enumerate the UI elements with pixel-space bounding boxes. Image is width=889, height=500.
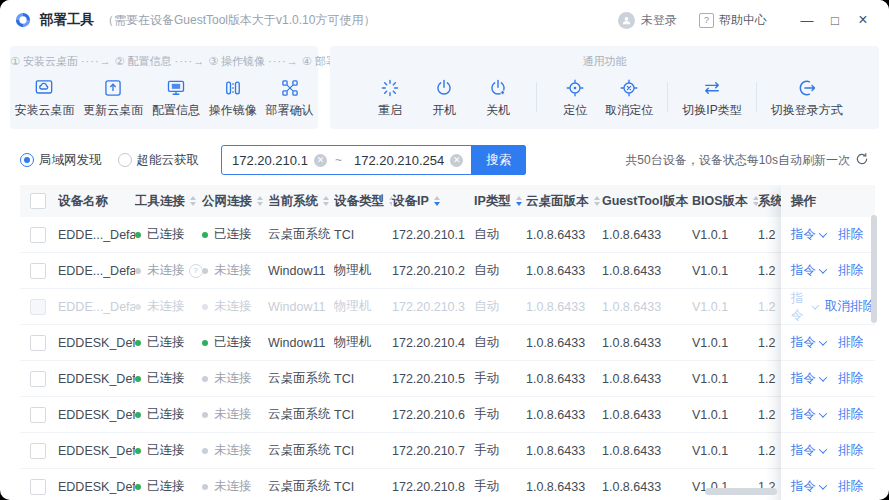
table-row[interactable]: EDDESK_Defau 已连接 已连接 Window11 物理机 172.20… bbox=[20, 325, 875, 361]
row-checkbox[interactable] bbox=[30, 227, 46, 243]
power-on-button[interactable]: 开机 bbox=[420, 78, 468, 119]
public-status-dot bbox=[202, 340, 208, 346]
table-row[interactable]: EDDESK_Defau 已连接 未连接 云桌面系统 TCI 172.20.21… bbox=[20, 433, 875, 469]
install-cloud-desktop-button[interactable]: 安装云桌面 bbox=[14, 78, 74, 119]
tool-connection-cell: 已连接 bbox=[135, 478, 202, 495]
command-dropdown[interactable]: 指令 bbox=[791, 406, 826, 423]
public-status-text: 未连接 bbox=[214, 262, 252, 279]
table-row[interactable]: EDDESK_Defau 已连接 未连接 云桌面系统 TCI 172.20.21… bbox=[20, 469, 875, 500]
sort-carets-icon[interactable] bbox=[190, 196, 196, 206]
clear-icon[interactable]: ✕ bbox=[314, 154, 327, 167]
locate-button[interactable]: 定位 bbox=[551, 78, 599, 119]
device-table: 设备名称工具连接公网连接当前系统设备类型设备IPIP类型云桌面版本GuestTo… bbox=[20, 185, 875, 500]
command-dropdown[interactable]: 指令 bbox=[791, 226, 826, 243]
row-checkbox[interactable] bbox=[30, 443, 46, 459]
table-row[interactable]: EDDE..._Defauil 未连接 未连接 Window11 物理机 172… bbox=[20, 289, 875, 325]
command-dropdown[interactable]: 指令 bbox=[791, 442, 826, 459]
sort-carets-icon[interactable] bbox=[323, 196, 329, 206]
table-row[interactable]: EDDE..._Defauil 未连接 ? 未连接 Window11 物理机 1… bbox=[20, 253, 875, 289]
cancel-locate-button[interactable]: 取消定位 bbox=[605, 78, 653, 119]
radio-lan-discovery[interactable]: 局域网发现 bbox=[20, 152, 102, 169]
select-all-checkbox[interactable] bbox=[30, 193, 46, 209]
sort-carets-icon[interactable] bbox=[434, 196, 440, 206]
sort-carets-icon[interactable] bbox=[257, 196, 263, 206]
bios-version-cell: V1.0.1 bbox=[692, 336, 758, 350]
horizontal-scrollbar[interactable] bbox=[705, 488, 777, 495]
clear-icon[interactable]: ✕ bbox=[450, 154, 463, 167]
exclude-link[interactable]: 排除 bbox=[838, 334, 863, 351]
table-row[interactable]: EDDE..._Defauil 已连接 已连接 云桌面系统 TCI 172.20… bbox=[20, 217, 875, 253]
restart-button[interactable]: 重启 bbox=[366, 78, 414, 119]
table-row[interactable]: EDDESK_Defau 已连接 未连接 云桌面系统 TCI 172.20.21… bbox=[20, 397, 875, 433]
column-header-10[interactable]: BIOS版本 bbox=[692, 193, 758, 210]
column-header-9[interactable]: GuestTool版本 bbox=[602, 193, 692, 210]
column-header-4[interactable]: 当前系统 bbox=[268, 193, 334, 210]
column-header-6[interactable]: 设备IP bbox=[392, 193, 474, 210]
tool-button-label: 关机 bbox=[486, 102, 510, 119]
device-name-cell: EDDESK_Defau bbox=[58, 372, 135, 386]
ip-end-input[interactable]: 172.20.210.254 bbox=[344, 153, 450, 168]
bios-version-cell: V1.0.1 bbox=[692, 300, 758, 314]
crosshair-cancel-icon bbox=[619, 78, 639, 98]
ip-type-cell: 自动 bbox=[474, 298, 526, 315]
command-dropdown[interactable]: 指令 bbox=[791, 262, 826, 279]
exclude-link[interactable]: 排除 bbox=[838, 226, 863, 243]
config-info-button[interactable]: 配置信息 bbox=[152, 78, 200, 119]
exclude-link[interactable]: 排除 bbox=[838, 262, 863, 279]
action-row: 指令 排除 bbox=[781, 253, 875, 289]
close-button[interactable]: × bbox=[849, 7, 877, 33]
switch-login-mode-button[interactable]: 切换登录方式 bbox=[771, 78, 843, 119]
public-status-text: 未连接 bbox=[214, 406, 252, 423]
command-dropdown[interactable]: 指令 bbox=[791, 370, 826, 387]
operate-image-button[interactable]: 操作镜像 bbox=[209, 78, 257, 119]
column-header-3[interactable]: 公网连接 bbox=[202, 193, 268, 210]
update-cloud-desktop-button[interactable]: 更新云桌面 bbox=[83, 78, 143, 119]
login-status[interactable]: 未登录 bbox=[641, 12, 677, 29]
help-question-icon[interactable]: ? bbox=[699, 13, 714, 28]
sort-carets-icon[interactable] bbox=[594, 196, 600, 206]
refresh-icon[interactable] bbox=[855, 152, 869, 169]
row-checkbox[interactable] bbox=[30, 299, 46, 315]
maximize-button[interactable]: □ bbox=[821, 7, 849, 33]
public-connection-cell: 未连接 bbox=[202, 442, 268, 459]
ip-start-input[interactable]: 172.20.210.1 bbox=[222, 153, 314, 168]
column-header-5[interactable]: 设备类型 bbox=[334, 193, 392, 210]
device-name-cell: EDDESK_Defau bbox=[58, 408, 135, 422]
chevron-down-icon bbox=[819, 229, 827, 237]
deploy-confirm-button[interactable]: 部署确认 bbox=[266, 78, 314, 119]
exclude-link[interactable]: 排除 bbox=[838, 442, 863, 459]
help-center-link[interactable]: 帮助中心 bbox=[719, 12, 767, 29]
exclude-link[interactable]: 排除 bbox=[838, 478, 863, 495]
row-checkbox[interactable] bbox=[30, 335, 46, 351]
restart-spinner-icon bbox=[380, 78, 400, 98]
command-dropdown[interactable]: 指令 bbox=[791, 334, 826, 351]
step-2: ② 配置信息 bbox=[115, 55, 172, 67]
device-type-cell: 物理机 bbox=[334, 262, 392, 279]
row-checkbox[interactable] bbox=[30, 263, 46, 279]
search-button[interactable]: 搜索 bbox=[471, 145, 526, 175]
command-dropdown[interactable]: 指令 bbox=[791, 478, 826, 495]
column-header-8[interactable]: 云桌面版本 bbox=[526, 193, 602, 210]
vertical-scrollbar[interactable] bbox=[871, 215, 877, 323]
column-header-2[interactable]: 工具连接 bbox=[135, 193, 202, 210]
app-title: 部署工具 bbox=[40, 11, 94, 29]
exclude-link[interactable]: 排除 bbox=[838, 406, 863, 423]
action-column-fixed: 操作 指令 排除 指令 排除 指令 取消排除 指令 排除 指令 排除 指令 排除… bbox=[781, 185, 875, 500]
row-checkbox[interactable] bbox=[30, 479, 46, 495]
question-circle-icon[interactable]: ? bbox=[189, 264, 203, 278]
chevron-down-icon bbox=[811, 301, 818, 308]
tool-status-text: 已连接 bbox=[147, 478, 185, 495]
column-header-7[interactable]: IP类型 bbox=[474, 193, 526, 210]
exclude-link[interactable]: 取消排除 bbox=[825, 298, 875, 315]
minimize-button[interactable]: — bbox=[793, 7, 821, 33]
sort-carets-icon[interactable] bbox=[516, 196, 522, 206]
switch-ip-type-button[interactable]: 切换IP类型 bbox=[682, 78, 741, 119]
exclude-link[interactable]: 排除 bbox=[838, 370, 863, 387]
row-checkbox[interactable] bbox=[30, 407, 46, 423]
table-row[interactable]: EDDESK_Defau 已连接 未连接 云桌面系统 TCI 172.20.21… bbox=[20, 361, 875, 397]
row-checkbox[interactable] bbox=[30, 371, 46, 387]
command-dropdown[interactable]: 指令 bbox=[791, 290, 817, 324]
power-off-button[interactable]: 关机 bbox=[474, 78, 522, 119]
user-avatar-icon[interactable] bbox=[618, 12, 635, 29]
radio-cloud-fetch[interactable]: 超能云获取 bbox=[118, 152, 200, 169]
